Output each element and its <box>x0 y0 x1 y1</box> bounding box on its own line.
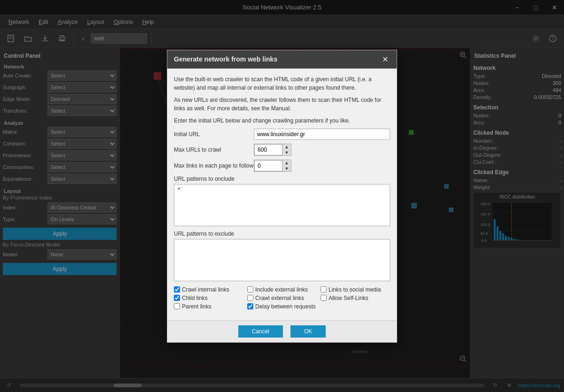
max-urls-spinbox-buttons: ▲ ▼ <box>282 144 291 155</box>
max-links-down-button[interactable]: ▼ <box>282 166 291 171</box>
delay-checkbox[interactable] <box>247 303 253 309</box>
max-urls-label: Max URLs to crawl <box>174 146 254 153</box>
max-urls-input[interactable] <box>254 144 282 155</box>
social-media-checkbox[interactable] <box>321 286 327 292</box>
cancel-button[interactable]: Cancel <box>238 325 283 338</box>
dialog-overlay: Generate network from web links ✕ Use th… <box>0 0 564 392</box>
parent-links-label: Parent links <box>182 303 212 310</box>
dialog-title: Generate network from web links <box>174 55 277 63</box>
social-media-label: Links to social media <box>329 286 381 293</box>
crawl-internal-item: Crawl internal links <box>174 286 243 293</box>
url-include-textarea[interactable]: * <box>174 184 390 226</box>
child-links-checkbox[interactable] <box>174 295 180 301</box>
max-urls-spinbox: ▲ ▼ <box>254 144 291 156</box>
dialog-desc2: As new URLs are discovered, the crawler … <box>174 96 390 113</box>
max-links-row: Max links in each page to follow ▲ ▼ <box>174 160 390 172</box>
parent-links-checkbox[interactable] <box>174 303 180 309</box>
ok-button[interactable]: OK <box>290 325 326 338</box>
url-include-label: URL patterns to onclude <box>174 176 390 182</box>
child-links-label: Child links <box>182 295 208 301</box>
initial-url-input[interactable] <box>254 129 390 140</box>
dialog-desc1: Use the built-in web crawler to scan the… <box>174 75 390 92</box>
include-external-label: Include external links <box>255 286 308 293</box>
max-urls-up-button[interactable]: ▲ <box>282 144 291 150</box>
dialog-desc3: Enter the initial URL below and change c… <box>174 116 390 125</box>
dialog-footer: Cancel OK <box>167 320 397 342</box>
max-urls-down-button[interactable]: ▼ <box>282 150 291 155</box>
url-exclude-label: URL patterns to exclude <box>174 231 390 237</box>
max-links-spinbox-buttons: ▲ ▼ <box>282 160 291 171</box>
max-links-spinbox: ▲ ▼ <box>254 160 291 172</box>
delay-label: Delay between requests <box>255 303 316 310</box>
social-media-item: Links to social media <box>321 286 390 293</box>
crawl-internal-label: Crawl internal links <box>182 286 229 293</box>
child-links-item: Child links <box>174 295 243 301</box>
dialog-body: Use the built-in web crawler to scan the… <box>167 69 397 320</box>
dialog-header: Generate network from web links ✕ <box>167 50 397 69</box>
delay-item: Delay between requests <box>247 303 317 310</box>
allow-self-checkbox[interactable] <box>321 295 327 301</box>
max-links-label: Max links in each page to follow <box>174 162 254 169</box>
url-exclude-section: URL patterns to exclude <box>174 231 390 283</box>
crawl-internal-checkbox[interactable] <box>174 286 180 292</box>
include-external-item: Include external links <box>247 286 317 293</box>
initial-url-row: Initial URL <box>174 129 390 140</box>
max-links-input[interactable] <box>254 160 282 171</box>
allow-self-label: Allow Self-Links <box>329 295 368 301</box>
parent-links-item: Parent links <box>174 303 243 310</box>
checkbox-grid: Crawl internal links Include external li… <box>174 286 390 310</box>
dialog: Generate network from web links ✕ Use th… <box>167 50 397 343</box>
url-exclude-textarea[interactable] <box>174 239 390 281</box>
crawl-external-item: Crawl external links <box>247 295 317 301</box>
crawl-external-checkbox[interactable] <box>247 295 253 301</box>
dialog-close-button[interactable]: ✕ <box>380 55 390 64</box>
url-include-section: URL patterns to onclude * <box>174 176 390 228</box>
include-external-checkbox[interactable] <box>247 286 253 292</box>
max-urls-row: Max URLs to crawl ▲ ▼ <box>174 144 390 156</box>
allow-self-item: Allow Self-Links <box>321 295 390 301</box>
initial-url-label: Initial URL <box>174 131 254 138</box>
max-links-up-button[interactable]: ▲ <box>282 160 291 166</box>
crawl-external-label: Crawl external links <box>255 295 304 301</box>
